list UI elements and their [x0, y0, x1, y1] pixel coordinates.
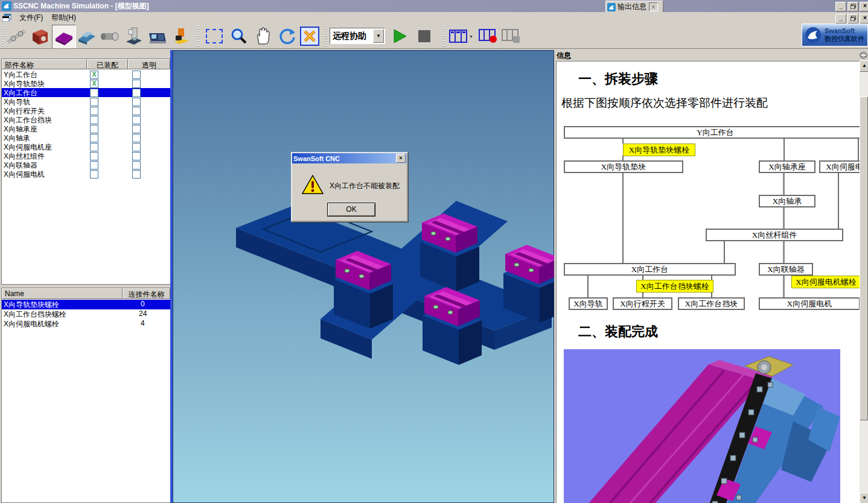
transparent-checkbox[interactable] [132, 161, 141, 169]
film-icon[interactable] [447, 25, 470, 48]
transparent-checkbox[interactable] [132, 89, 141, 97]
output-info-window[interactable]: 输出信息 x [605, 1, 663, 13]
cnc-lathe-icon[interactable] [146, 25, 169, 48]
fastener-count: 4 [141, 319, 145, 327]
machine-bed-icon[interactable] [75, 25, 98, 48]
transparent-checkbox[interactable] [132, 116, 141, 124]
fastener-row[interactable]: X向工作台挡块螺栓 24 [2, 309, 170, 319]
parts-row[interactable]: Y向工作台X [2, 70, 170, 79]
title-bar[interactable]: SSCNC Machine Simulation - [模型视图] 输出信息 x… [0, 0, 868, 12]
parts-header-transparent[interactable]: 透明 [128, 59, 170, 69]
output-info-close-button[interactable]: x [649, 2, 658, 11]
zoom-icon[interactable] [227, 25, 250, 48]
assembled-checkbox[interactable] [90, 98, 98, 106]
close-button[interactable]: × [860, 2, 868, 11]
milling-machine-icon[interactable] [123, 25, 145, 48]
guide-block-pad[interactable] [423, 287, 482, 365]
parts-row-selected[interactable]: X向工作台 [2, 88, 170, 97]
menu-help[interactable]: 帮助(H) [47, 11, 80, 24]
transparent-checkbox[interactable] [132, 143, 141, 151]
assembled-checkbox[interactable] [90, 125, 98, 133]
guide-block-pad[interactable] [420, 214, 479, 291]
scrollbar-thumb[interactable] [860, 96, 868, 420]
play-icon[interactable] [389, 25, 412, 48]
fastener-row[interactable]: X向伺服电机螺栓 4 [2, 319, 170, 329]
ok-button[interactable]: OK [327, 203, 375, 217]
parts-row[interactable]: X向导轨垫块X [2, 79, 170, 88]
stop-icon[interactable] [413, 25, 436, 48]
child-minimize-button[interactable]: _ [835, 14, 846, 24]
pan-icon[interactable] [251, 25, 274, 48]
parts-row[interactable]: X向伺服电机座 [2, 142, 170, 151]
restore-button[interactable] [847, 2, 858, 11]
transparent-checkbox[interactable] [132, 98, 141, 106]
output-info-title: 输出信息 [617, 2, 646, 12]
child-window-icon[interactable] [2, 14, 11, 22]
model-viewport[interactable] [173, 50, 554, 503]
toolbar-grip[interactable] [325, 26, 327, 46]
transparent-checkbox[interactable] [132, 125, 141, 133]
assembled-checkbox[interactable] [90, 134, 98, 142]
parts-row[interactable]: X向丝杠组件 [2, 151, 170, 160]
combo-dropdown-arrow[interactable]: ▼ [373, 29, 384, 43]
assembled-checkbox[interactable] [90, 89, 98, 97]
toolbar-grip[interactable] [197, 26, 200, 46]
assembled-checkbox[interactable]: X [90, 80, 98, 88]
dialog-message: X向工作台不能被装配 [330, 181, 400, 191]
transparent-checkbox[interactable] [132, 107, 141, 115]
film-stop-icon[interactable] [500, 25, 523, 48]
parts-header-assembled[interactable]: 已装配 [87, 59, 128, 69]
parts-row[interactable]: X向行程开关 [2, 106, 170, 115]
transparent-checkbox[interactable] [132, 80, 141, 88]
assembled-checkbox[interactable] [90, 143, 98, 151]
worktable-icon[interactable] [52, 25, 76, 49]
ballscrew-icon[interactable] [5, 25, 28, 48]
fasteners-header-count[interactable]: 连接件名称 [123, 288, 170, 299]
remote-assist-combobox[interactable]: 远程协助 ▼ [330, 28, 385, 44]
dialog-title: SwanSoft CNC [293, 155, 396, 162]
transparent-checkbox[interactable] [132, 152, 141, 160]
toolbar-grip[interactable] [2, 26, 4, 46]
film-record-icon[interactable] [477, 25, 500, 48]
transparent-checkbox[interactable] [132, 71, 141, 79]
transparent-checkbox[interactable] [132, 134, 141, 142]
assembled-checkbox[interactable] [90, 107, 98, 115]
minimize-button[interactable]: _ [835, 2, 846, 11]
rotate-icon[interactable] [275, 25, 298, 48]
assembled-checkbox[interactable] [90, 161, 98, 169]
scroll-down-button[interactable]: ▼ [860, 493, 868, 503]
parts-row[interactable]: X向轴承 [2, 133, 170, 142]
parts-row[interactable]: X向伺服电机 [2, 169, 170, 179]
motor-unit-icon[interactable] [28, 25, 51, 48]
assembled-checkbox[interactable]: X [90, 71, 98, 79]
child-restore-button[interactable] [847, 14, 858, 24]
tool-setter-icon[interactable] [170, 25, 193, 48]
guide-block-pad[interactable] [334, 251, 393, 329]
child-close-button[interactable]: × [860, 14, 868, 24]
toolbar-grip[interactable] [443, 26, 445, 46]
assembled-checkbox[interactable] [90, 116, 98, 124]
parts-row[interactable]: X向轴承座 [2, 124, 170, 133]
select-rect-icon[interactable] [203, 25, 226, 48]
info-scrollbar[interactable]: ▲ ▼ [860, 60, 868, 503]
scroll-up-button[interactable]: ▲ [860, 60, 868, 72]
pin-icon[interactable] [860, 51, 867, 59]
fasteners-header-name[interactable]: Name [2, 288, 123, 299]
dialog-close-button[interactable]: × [396, 154, 406, 163]
parts-row[interactable]: X向工作台挡块 [2, 115, 170, 124]
menu-file[interactable]: 文件(F) [15, 11, 47, 24]
parts-header-name[interactable]: 部件名称 [2, 59, 87, 69]
fit-view-icon[interactable] [298, 25, 321, 48]
assembled-checkbox[interactable] [90, 170, 98, 179]
parts-row[interactable]: X向联轴器 [2, 160, 170, 169]
transparent-checkbox[interactable] [132, 170, 141, 179]
guide-block-pad[interactable] [503, 245, 554, 323]
spindle-icon[interactable] [99, 25, 122, 48]
machine-3d-view[interactable] [173, 50, 554, 503]
info-panel-caption: 信息 [554, 50, 868, 61]
assembled-checkbox[interactable] [90, 152, 98, 160]
dialog-title-bar[interactable]: SwanSoft CNC × [292, 153, 407, 163]
parts-row[interactable]: X向导轨 [2, 97, 170, 106]
film-dropdown-arrow[interactable]: ▼ [469, 34, 473, 39]
fastener-row-selected[interactable]: X向导轨垫块螺栓 0 [2, 300, 170, 309]
